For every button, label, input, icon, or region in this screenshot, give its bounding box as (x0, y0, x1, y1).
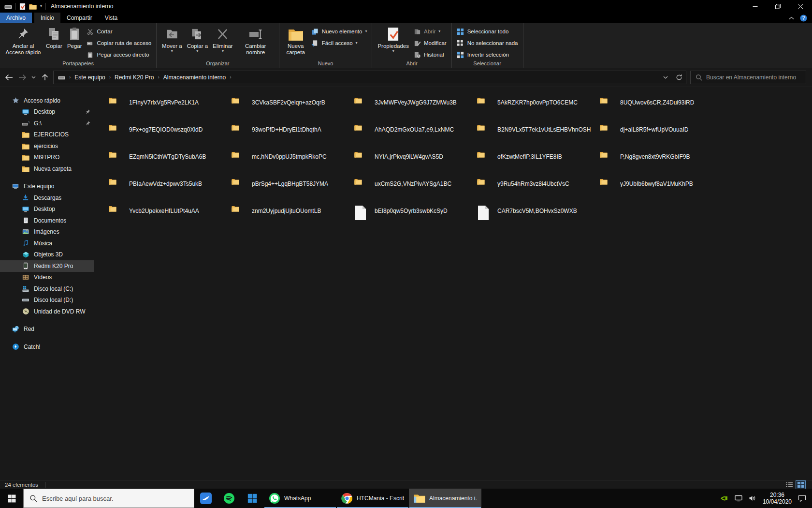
search-input[interactable] (706, 74, 801, 81)
3CVkaSBF2vQeiqn+azOqrB[interactable]: 3CVkaSBF2vQeiqn+azOqrB (232, 97, 354, 124)
sidebar-item-redmi-k20-pro[interactable]: Redmi K20 Pro (0, 260, 94, 272)
mc,hNDv0ppUJ5tmpkRkoPC[interactable]: mc,hNDv0ppUJ5tmpkRkoPC (232, 151, 354, 178)
select-none-button[interactable]: No seleccionar nada (457, 39, 518, 47)
minimize-button[interactable] (744, 0, 767, 13)
address-box[interactable]: › Este equipo › Redmi K20 Pro › Almacena… (53, 71, 686, 84)
properties-icon[interactable] (19, 3, 26, 10)
sidebar-item-red[interactable]: Red (0, 324, 94, 335)
up-button[interactable] (39, 71, 51, 83)
back-button[interactable] (3, 71, 15, 83)
select-all-button[interactable]: Seleccionar todo (457, 28, 518, 35)
8UQUwov6sCR,Z4Dui93iRD[interactable]: 8UQUwov6sCR,Z4Dui93iRD (600, 97, 723, 124)
sidebar-item-desktop[interactable]: Desktop (0, 106, 94, 118)
address-history-chevron-icon[interactable] (659, 71, 672, 84)
delete-button[interactable]: Eliminar ▾ (210, 24, 235, 53)
bEI8p0qw5Oyrb3swbKcSyD[interactable]: bEI8p0qw5Oyrb3swbKcSyD (354, 205, 477, 232)
3JvMWFVeyJWgG9J7ZMWu3B[interactable]: 3JvMWFVeyJWgG9J7ZMWu3B (354, 97, 477, 124)
new-item-button[interactable]: Nuevo elemento ▾ (311, 28, 367, 35)
sidebar-item-objetos-3d[interactable]: Objetos 3D (0, 249, 94, 261)
93woPfD+HDryEl1tDhqthA[interactable]: 93woPfD+HDryEl1tDhqthA (232, 124, 354, 151)
start-button[interactable] (0, 489, 23, 508)
app-blue[interactable] (194, 489, 218, 508)
sidebar-item-g[interactable]: ? G:\ (0, 118, 94, 129)
tab-inicio[interactable]: Inicio (34, 13, 60, 23)
tab-vista[interactable]: Vista (99, 13, 124, 23)
customize-qat-chevron-icon[interactable]: ▾ (40, 4, 42, 8)
volume-icon[interactable] (749, 495, 756, 502)
tab-compartir[interactable]: Compartir (60, 13, 99, 23)
sidebar-item-desktop[interactable]: Desktop (0, 204, 94, 215)
5AkRZKR7hp0ovPpTO6CEMC[interactable]: 5AkRZKR7hp0ovPpTO6CEMC (477, 97, 600, 124)
1FInyV7rlxVg5RvPe2LK1A[interactable]: 1FInyV7rlxVg5RvPe2LK1A (109, 97, 232, 124)
EZqmN5lCthWTgDTySubA6B[interactable]: EZqmN5lCthWTgDTySubA6B (109, 151, 232, 178)
taskbar-search[interactable] (23, 489, 194, 508)
minimize-ribbon-chevron-icon[interactable] (789, 16, 794, 20)
y9Ru54hRm3vz8i4UbctVsC[interactable]: y9Ru54hRm3vz8i4UbctVsC (477, 178, 600, 205)
Yvcb2UpekxeHfLUtPt4uAA[interactable]: Yvcb2UpekxeHfLUtPt4uAA (109, 205, 232, 232)
refresh-icon[interactable] (672, 71, 686, 84)
sidebar-item-disco-local-c[interactable]: Disco local (C:) (0, 283, 94, 295)
forward-button[interactable] (16, 71, 29, 83)
copy-to-button[interactable]: Copiar a ▾ (185, 24, 210, 53)
app-spotify[interactable] (218, 489, 241, 508)
search-box[interactable] (690, 71, 806, 84)
breadcrumb-segment[interactable]: Almacenamiento interno › (160, 71, 232, 84)
paste-shortcut-button[interactable]: Pegar acceso directo (87, 51, 152, 59)
cut-button[interactable]: Cortar (87, 28, 152, 35)
close-button[interactable] (789, 0, 812, 13)
thumbnails-view-icon[interactable] (796, 481, 805, 489)
move-to-button[interactable]: Mover a ▾ (160, 24, 185, 53)
history-button[interactable]: Historial (413, 51, 447, 59)
sidebar-item-nueva-carpeta[interactable]: Nueva carpeta (0, 163, 94, 175)
NYIA,jrPkvq9iLW4gvAS5D[interactable]: NYIA,jrPkvq9iLW4gvAS5D (354, 151, 477, 178)
pBrSg4++LgqBHgBT58JYMA[interactable]: pBrSg4++LgqBHgBT58JYMA (232, 178, 354, 205)
taskbar-search-input[interactable] (42, 495, 188, 502)
new-folder-button[interactable]: Nueva carpeta (282, 24, 309, 56)
open-button[interactable]: Abrir ▾ (413, 28, 447, 35)
znm2UyjpudjUjtuOUomtLB[interactable]: znm2UyjpudjUjtuOUomtLB (232, 205, 354, 232)
details-view-icon[interactable] (784, 481, 794, 489)
breadcrumb-segment[interactable]: Este equipo › (71, 71, 111, 84)
app-explorer[interactable]: Almacenamiento i... (409, 489, 481, 508)
yJ9UbIb6bwyf8aV1MuKhPB[interactable]: yJ9UbIb6bwyf8aV1MuKhPB (600, 178, 723, 205)
recent-locations-chevron-icon[interactable] (30, 71, 37, 83)
copy-button[interactable]: Copiar (44, 24, 65, 49)
sidebar-item-disco-local-d[interactable]: Disco local (D:) (0, 295, 94, 306)
easy-access-button[interactable]: Fácil acceso ▾ (311, 39, 367, 47)
rename-button[interactable]: Cambiar nombre (235, 24, 276, 56)
B2N9VLx5T7ek1vUtLsEHBVhnOSH[interactable]: B2N9VLx5T7ek1vUtLsEHBVhnOSH (477, 124, 600, 151)
restore-button[interactable] (767, 0, 789, 13)
sidebar-item-ejercicios[interactable]: ejercicios (0, 140, 94, 152)
action-center-icon[interactable] (798, 495, 806, 502)
PBIaAewVdz+dpwv3Ts5ukB[interactable]: PBIaAewVdz+dpwv3Ts5ukB (109, 178, 232, 205)
sidebar-item-im-genes[interactable]: Imágenes (0, 226, 94, 238)
sidebar-item-ejercicios[interactable]: EJERCICIOS (0, 129, 94, 141)
sidebar-item-unidad-de-dvd-rw-h-nf[interactable]: Unidad de DVD RW (H:) NF (0, 306, 94, 317)
paste-button[interactable]: Pegar (65, 24, 85, 49)
properties-button[interactable]: Propiedades ▾ (375, 24, 411, 53)
app-chrome[interactable]: HTCMania - Escribi... (336, 489, 409, 508)
uxCmS2G,VNzPivAYSgA1BC[interactable]: uxCmS2G,VNzPivAYSgA1BC (354, 178, 477, 205)
display-icon[interactable] (735, 495, 742, 502)
new-folder-icon[interactable] (29, 3, 37, 10)
sidebar-item-mi9tpro[interactable]: MI9TPRO (0, 152, 94, 164)
sidebar-item-v-deos[interactable]: Vídeos (0, 272, 94, 284)
sidebar-item-descargas[interactable]: Descargas (0, 192, 94, 204)
clock[interactable]: 20:36 10/04/2020 (763, 492, 792, 505)
sidebar-item-acceso-r-pido[interactable]: Acceso rápido (0, 95, 94, 106)
sidebar-item-este-equipo[interactable]: Este equipo (0, 181, 94, 193)
invert-selection-button[interactable]: Invertir selección (457, 51, 518, 59)
sidebar-item-m-sica[interactable]: Música (0, 238, 94, 249)
copy-path-button[interactable]: Copiar ruta de acceso (87, 39, 152, 47)
edit-button[interactable]: Modificar (413, 39, 447, 47)
pin-to-quick-access-button[interactable]: Anclar al Acceso rápido (3, 24, 44, 56)
CAR7bscV5M,BOHvxSz0WXB[interactable]: CAR7bscV5M,BOHvxSz0WXB (477, 205, 600, 232)
ofKzwtMefIP,3IL1YFE8IB[interactable]: ofKzwtMefIP,3IL1YFE8IB (477, 151, 600, 178)
P,Ng8gven8xt9vRKGbIF9B[interactable]: P,Ng8gven8xt9vRKGbIF9B (600, 151, 723, 178)
AhAQD2mGxOUa7,e9,LxNMC[interactable]: AhAQD2mGxOUa7,e9,LxNMC (354, 124, 477, 151)
nvidia-icon[interactable] (720, 495, 728, 502)
help-icon[interactable]: ? (800, 15, 807, 22)
dj+alL8R5f+wfUpVOuuaID[interactable]: dj+alL8R5f+wfUpVOuuaID (600, 124, 723, 151)
app-whatsapp[interactable]: WhatsApp (264, 489, 336, 508)
breadcrumb-segment[interactable]: Redmi K20 Pro › (111, 71, 160, 84)
